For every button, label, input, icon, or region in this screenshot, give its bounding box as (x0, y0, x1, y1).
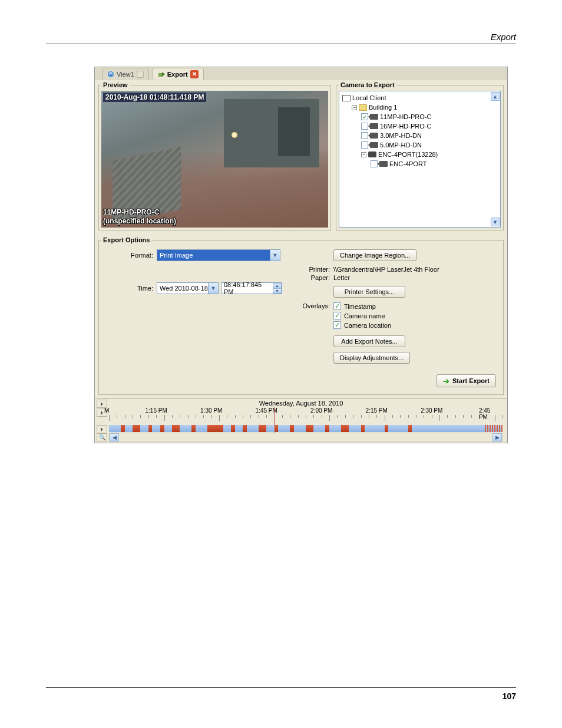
tree-camera-row[interactable]: 5.0MP-HD-DN (361, 140, 498, 150)
camera-icon (370, 123, 378, 129)
scroll-right-icon[interactable]: ▶ (492, 433, 502, 442)
tree-encoder-child[interactable]: ENC-4PORT (371, 159, 498, 169)
overlay-camera-name-label: Camera name (344, 312, 385, 319)
time-label: Time: (104, 285, 157, 292)
timeline: ⏵ Wednesday, August 18, 2010 ⏵ M 1:15 PM… (95, 398, 507, 442)
checkbox-icon[interactable] (361, 141, 368, 149)
camera-icon (370, 114, 378, 120)
page-number: 107 (503, 691, 516, 701)
timeline-play-icon[interactable]: ⏵ (97, 425, 107, 433)
checkbox-icon[interactable] (371, 160, 378, 167)
chevron-down-icon[interactable]: ▼ (270, 250, 280, 261)
camera-legend: Camera to Export (339, 81, 396, 88)
preview-image: 2010-Aug-18 01:48:11.418 PM 11MP-HD-PRO-… (101, 91, 328, 228)
svg-rect-1 (158, 73, 163, 77)
tree-camera-row[interactable]: 16MP-HD-PRO-C (361, 121, 498, 131)
timeline-row-marker: M (104, 407, 109, 414)
overlay-camera-name-checkbox[interactable]: ✓ Camera name (333, 312, 391, 319)
timeline-date: Wednesday, August 18, 2010 (95, 399, 507, 407)
expander-icon[interactable]: − (361, 152, 366, 157)
format-label: Format: (104, 252, 157, 259)
tree-site[interactable]: − Building 1 (352, 103, 498, 112)
tick-label: 2:00 PM (310, 407, 332, 414)
time-spinner[interactable]: 08:46:17:845 PM ▲ ▼ (221, 282, 282, 294)
new-tab-icon[interactable] (137, 71, 144, 78)
overlay-camera-name: 11MP-HD-PRO-C (103, 208, 176, 217)
add-export-notes-button[interactable]: Add Export Notes... (333, 335, 405, 347)
start-export-button[interactable]: ➔ Start Export (437, 374, 496, 387)
overlay-camera-location-label: Camera location (344, 322, 391, 329)
timeline-scrollbar[interactable]: ◀ ▶ (109, 433, 503, 442)
camera-icon (370, 133, 378, 139)
tree-camera-row[interactable]: ✓ 11MP-HD-PRO-C (361, 112, 498, 121)
overlay-camera-location-checkbox[interactable]: ✓ Camera location (333, 321, 391, 329)
start-arrow-icon: ➔ (443, 377, 449, 386)
encoder-icon (368, 151, 376, 157)
checkbox-icon[interactable] (361, 132, 368, 139)
printer-label: Printer: (301, 266, 333, 273)
checkbox-icon[interactable] (361, 123, 368, 130)
timeline-play-icon[interactable]: ⏵ (97, 400, 107, 408)
scroll-up-icon[interactable]: ▲ (491, 92, 500, 101)
checkbox-icon[interactable]: ✓ (361, 113, 368, 120)
chevron-down-icon[interactable]: ▼ (208, 283, 218, 294)
tab-view1[interactable]: View1 (102, 68, 149, 80)
start-export-label: Start Export (452, 377, 490, 384)
folder-icon (359, 104, 367, 111)
camera-icon (370, 142, 378, 148)
footer-rule (46, 687, 516, 688)
checkbox-icon[interactable]: ✓ (333, 312, 341, 319)
export-window: View1 Export ✕ Preview 2010-Aug-18 01:48… (94, 67, 508, 443)
header-rule (46, 44, 516, 44)
tree-encoder-label: ENC-4PORT(13228) (378, 151, 438, 158)
scroll-left-icon[interactable]: ◀ (110, 433, 119, 442)
tree-camera-row[interactable]: 3.0MP-HD-DN (361, 131, 498, 140)
change-image-region-button[interactable]: Change Image Region... (333, 249, 416, 261)
tab-export[interactable]: Export ✕ (153, 68, 204, 80)
tab-view1-label: View1 (117, 71, 134, 78)
camera-tree[interactable]: ▲ ▼ Local Client − (339, 91, 501, 228)
preview-camera-overlay: 11MP-HD-PRO-C (unspecified location) (103, 208, 176, 226)
paper-label: Paper: (301, 274, 333, 281)
close-icon[interactable]: ✕ (190, 70, 199, 78)
tab-export-label: Export (167, 71, 188, 78)
printer-settings-button[interactable]: Printer Settings... (333, 286, 405, 298)
checkbox-icon[interactable]: ✓ (333, 321, 341, 329)
preview-fieldset: Preview 2010-Aug-18 01:48:11.418 PM 11MP… (98, 81, 331, 230)
display-adjustments-button[interactable]: Display Adjustments... (333, 352, 410, 364)
camera-fieldset: Camera to Export ▲ ▼ Local Client − (336, 81, 504, 230)
format-dropdown[interactable]: Print Image ▼ (157, 249, 280, 261)
paper-value: Letter (333, 274, 350, 281)
spinner-down-icon[interactable]: ▼ (273, 288, 282, 294)
tick-label: 1:30 PM (200, 407, 222, 414)
printer-value: \\Grandcentral\HP LaserJet 4th Floor (333, 266, 439, 273)
camera-icon (379, 161, 388, 167)
time-time-value: 08:46:17:845 PM (224, 281, 272, 295)
tree-root[interactable]: Local Client (342, 93, 498, 103)
zoom-icon[interactable]: 🔍 (97, 433, 107, 442)
preview-legend: Preview (101, 81, 130, 88)
time-date-value: Wed 2010-08-18 (160, 285, 208, 292)
tree-site-label: Building 1 (369, 104, 397, 111)
tree-encoder-child-label: ENC-4PORT (389, 160, 427, 167)
export-options-fieldset: Export Options Format: Print Image ▼ Tim… (98, 236, 504, 395)
tree-encoder[interactable]: − ENC-4PORT(13228) (361, 150, 498, 159)
overlay-timestamp-checkbox[interactable]: ✓ Timestamp (333, 302, 391, 310)
tree-camera-label: 3.0MP-HD-DN (380, 132, 422, 139)
tick-label: 1:15 PM (146, 407, 167, 414)
overlay-camera-location: (unspecified location) (103, 217, 176, 226)
preview-timestamp-overlay: 2010-Aug-18 01:48:11.418 PM (103, 93, 206, 102)
time-date-dropdown[interactable]: Wed 2010-08-18 ▼ (157, 282, 219, 294)
timeline-ruler[interactable]: M 1:15 PM 1:30 PM 1:45 PM 2:00 PM 2:15 P… (109, 407, 503, 425)
tree-camera-label: 16MP-HD-PRO-C (380, 123, 431, 130)
motion-bar[interactable] (109, 425, 503, 432)
scroll-down-icon[interactable]: ▼ (491, 218, 500, 226)
tab-bar: View1 Export ✕ (95, 67, 507, 80)
spinner-up-icon[interactable]: ▲ (273, 283, 282, 288)
overlays-label: Overlays: (301, 302, 333, 309)
expander-icon[interactable]: − (352, 105, 357, 110)
overlay-timestamp-label: Timestamp (344, 303, 376, 310)
tree-root-label: Local Client (352, 94, 386, 101)
checkbox-icon[interactable]: ✓ (333, 302, 341, 310)
page-header-title: Export (491, 32, 516, 42)
